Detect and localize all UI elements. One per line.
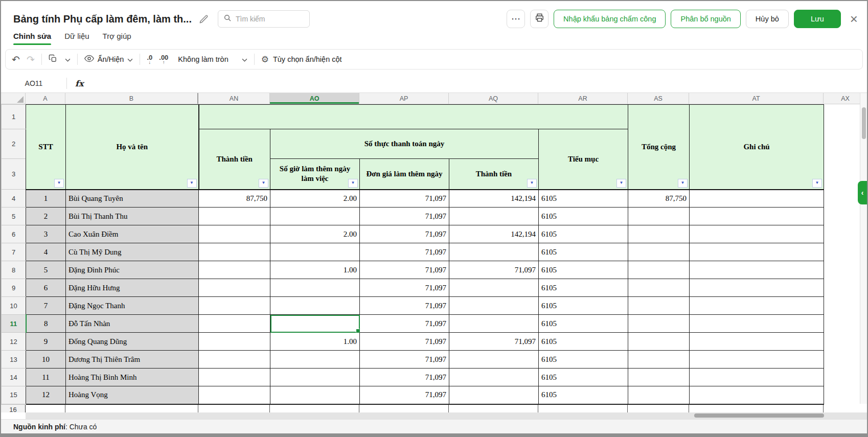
cell-ar[interactable]: 6105: [539, 208, 628, 225]
cell-an[interactable]: [199, 297, 270, 315]
cell-aq[interactable]: 71,097: [449, 333, 539, 351]
cell-ap[interactable]: 71,097: [360, 351, 449, 369]
cell-aq[interactable]: [449, 243, 539, 261]
cell-aq[interactable]: [449, 351, 539, 369]
row-number[interactable]: 12: [2, 333, 26, 351]
cell-ar[interactable]: 6105: [539, 297, 628, 315]
cell-name[interactable]: Đỗ Tấn Nhàn: [66, 315, 199, 333]
save-button[interactable]: Lưu: [794, 10, 841, 28]
row-number[interactable]: 5: [2, 208, 26, 225]
cell-as[interactable]: [628, 386, 690, 404]
header-blank-band[interactable]: [199, 105, 628, 129]
column-header-a[interactable]: A: [26, 93, 65, 104]
cell-at[interactable]: [690, 243, 824, 261]
cell-name[interactable]: Cù Thị Mỹ Dung: [66, 243, 199, 261]
cell-as[interactable]: [628, 297, 690, 315]
hide-show-button[interactable]: Ẩn/Hiện: [84, 55, 133, 64]
undo-button[interactable]: ↶: [12, 55, 20, 64]
cell-name[interactable]: Bùi Quang Tuyên: [66, 190, 199, 208]
row-number[interactable]: 1: [2, 105, 26, 129]
column-header-an[interactable]: AN: [198, 93, 270, 104]
row-number[interactable]: 14: [2, 369, 26, 386]
allocate-source-button[interactable]: Phân bổ nguồn: [671, 10, 740, 28]
cell-stt[interactable]: 7: [26, 297, 66, 315]
cell-ar[interactable]: 6105: [539, 190, 628, 208]
cell-an[interactable]: [199, 243, 270, 261]
tab-du-lieu[interactable]: Dữ liệu: [64, 32, 89, 45]
column-header-aq[interactable]: AQ: [449, 93, 538, 104]
filter-icon[interactable]: ▼: [527, 179, 537, 188]
search-box[interactable]: [218, 10, 310, 28]
redo-button[interactable]: ↷: [27, 55, 35, 64]
header-ghi-chu[interactable]: Ghi chú ▼: [690, 105, 824, 190]
header-thanh-tien-an[interactable]: Thành tiền ▼: [199, 129, 270, 190]
row-number[interactable]: 16: [1, 405, 26, 412]
cell-as[interactable]: [628, 208, 690, 225]
cell-name[interactable]: Đặng Đình Phúc: [66, 261, 199, 279]
row-number[interactable]: 9: [2, 279, 26, 297]
column-header-as[interactable]: AS: [628, 93, 689, 104]
filter-icon[interactable]: ▼: [259, 179, 268, 188]
cell-as[interactable]: [628, 369, 690, 386]
cell-ao[interactable]: [270, 386, 360, 404]
row-number[interactable]: 2: [2, 129, 26, 159]
cell-ar[interactable]: 6105: [539, 261, 628, 279]
cell-ap[interactable]: 71,097: [360, 225, 449, 243]
cell-stt[interactable]: 5: [26, 261, 66, 279]
cell-ar[interactable]: 6105: [539, 279, 628, 297]
cell-at[interactable]: [690, 208, 824, 225]
cell-an[interactable]: [199, 386, 270, 404]
cell-stt[interactable]: 11: [26, 369, 66, 386]
cell-at[interactable]: [690, 351, 824, 369]
row-number[interactable]: 8: [2, 261, 26, 279]
cell-stt[interactable]: 4: [26, 243, 66, 261]
cell-stt[interactable]: 9: [26, 333, 66, 351]
cell-ao[interactable]: [270, 369, 360, 386]
cell-an[interactable]: [199, 279, 270, 297]
cell-name[interactable]: Hoàng Thị Bình Minh: [66, 369, 199, 386]
header-stt[interactable]: STT ▼: [26, 105, 66, 190]
close-icon[interactable]: ×: [850, 12, 858, 26]
column-header-at[interactable]: AT: [689, 93, 824, 104]
cell-an[interactable]: [199, 351, 270, 369]
cell-name[interactable]: Cao Xuân Điềm: [66, 225, 199, 243]
cell-aq[interactable]: [449, 208, 539, 225]
cell-ar[interactable]: 6105: [539, 369, 628, 386]
cell-ap[interactable]: 71,097: [360, 190, 449, 208]
cell-name[interactable]: Đặng Ngọc Thanh: [66, 297, 199, 315]
cell-ao[interactable]: [270, 243, 360, 261]
header-thanh-tien-aq[interactable]: Thành tiền ▼: [449, 159, 539, 190]
increase-decimal-button[interactable]: .00 ↑: [159, 54, 168, 65]
cell-stt[interactable]: 10: [26, 351, 66, 369]
cell-ar[interactable]: 6105: [539, 243, 628, 261]
cell-as[interactable]: [628, 225, 690, 243]
cell-as[interactable]: 87,750: [628, 190, 690, 208]
header-so-gio[interactable]: Số giờ làm thêm ngày làm việc ▼: [270, 159, 360, 190]
column-header-b[interactable]: B: [65, 93, 198, 104]
cell-aq[interactable]: 142,194: [449, 190, 539, 208]
filter-icon[interactable]: ▼: [54, 179, 64, 188]
copy-dropdown[interactable]: [65, 55, 71, 64]
cell-an[interactable]: [199, 208, 270, 225]
header-don-gia[interactable]: Đơn giá làm thêm ngày: [360, 159, 449, 190]
row-number[interactable]: 6: [2, 225, 26, 243]
copy-button[interactable]: [49, 54, 57, 65]
cell-ap[interactable]: 71,097: [360, 243, 449, 261]
cell-ar[interactable]: 6105: [539, 351, 628, 369]
more-button[interactable]: ⋯: [507, 10, 525, 28]
cell-at[interactable]: [690, 315, 824, 333]
vertical-scrollbar[interactable]: [860, 93, 867, 404]
tab-chinh-sua[interactable]: Chỉnh sửa: [13, 32, 51, 45]
filter-icon[interactable]: ▼: [348, 179, 358, 188]
cell-stt[interactable]: 12: [26, 386, 66, 404]
horizontal-scrollbar-thumb[interactable]: [694, 413, 824, 418]
cell-at[interactable]: [690, 369, 824, 386]
cell-name[interactable]: Hoàng Vọng: [66, 386, 199, 404]
cell-stt[interactable]: 6: [26, 279, 66, 297]
cell-an[interactable]: [199, 225, 270, 243]
select-all-corner[interactable]: [1, 93, 26, 104]
tab-tro-giup[interactable]: Trợ giúp: [103, 32, 131, 45]
cell-as[interactable]: [628, 243, 690, 261]
row-number[interactable]: 4: [2, 190, 26, 208]
cell-aq[interactable]: 71,097: [449, 261, 539, 279]
